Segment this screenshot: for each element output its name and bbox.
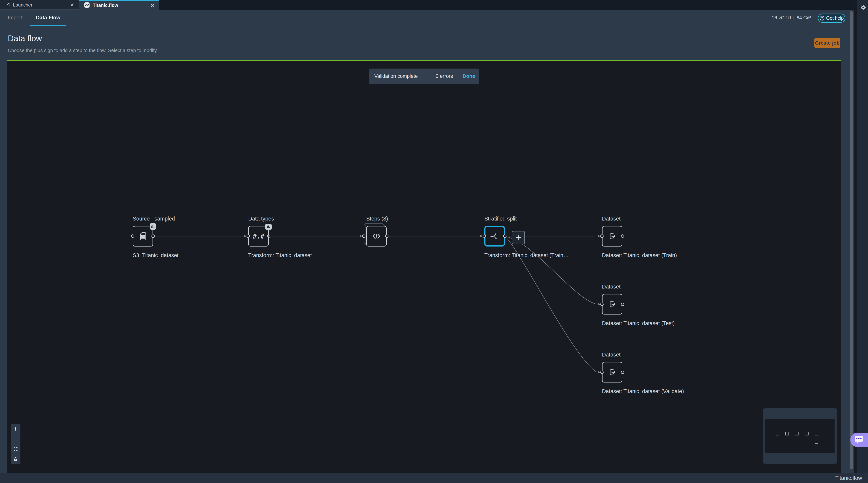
- validation-banner: Validation complete 0 errors Done: [369, 69, 479, 84]
- page-title: Data flow: [8, 34, 42, 43]
- svg-text:?: ?: [821, 17, 823, 20]
- node-dataset-validate-box[interactable]: [602, 362, 622, 383]
- insights-badge[interactable]: [150, 223, 156, 230]
- validation-status: Validation complete: [374, 69, 418, 84]
- node-data-types: Data types #.# Transform: Titanic_datase…: [248, 215, 269, 259]
- tab-launcher-label: Launcher: [13, 2, 67, 8]
- input-port[interactable]: [600, 302, 603, 306]
- page-header: Data flow Choose the plus sign to add a …: [0, 26, 868, 60]
- node-title: Dataset: [602, 283, 622, 290]
- output-port[interactable]: [503, 234, 506, 238]
- toolbar: Import Data Flow 16 vCPU + 64 GiB ? Get …: [0, 10, 868, 26]
- node-source: Source - sampled S3: Titanic_dataset: [133, 215, 153, 259]
- insights-badge[interactable]: [265, 224, 272, 230]
- output-port[interactable]: [267, 234, 270, 238]
- minimap[interactable]: [763, 408, 837, 464]
- node-title: Dataset: [602, 351, 622, 358]
- tab-data-flow[interactable]: Data Flow: [30, 10, 66, 26]
- zoom-out-button[interactable]: [11, 434, 21, 444]
- add-step-button[interactable]: [512, 231, 525, 244]
- document-icon: [138, 231, 148, 242]
- node-label: S3: Titanic_dataset: [133, 252, 153, 259]
- plus-icon: [515, 234, 522, 241]
- page-subtitle: Choose the plus sign to add a step to th…: [8, 47, 158, 53]
- tab-titanic-flow-label: Titanic.flow: [93, 3, 148, 8]
- code-icon: [371, 231, 382, 242]
- close-icon[interactable]: [151, 3, 155, 7]
- chat-button[interactable]: [850, 433, 868, 447]
- minimap-node: [795, 432, 799, 436]
- node-steps-box[interactable]: [366, 226, 386, 247]
- input-port[interactable]: [247, 234, 250, 238]
- create-job-button[interactable]: Create job: [814, 38, 840, 48]
- output-port[interactable]: [385, 234, 389, 238]
- node-dataset-test: Dataset Dataset: Titanic_dataset (Test): [602, 283, 622, 327]
- node-dataset-validate: Dataset Dataset: Titanic_dataset (Valida…: [602, 351, 622, 394]
- node-steps: Steps (3): [366, 215, 386, 247]
- right-rail: [854, 0, 857, 473]
- flow-canvas[interactable]: [7, 60, 841, 473]
- output-port[interactable]: [621, 302, 624, 306]
- close-icon[interactable]: [70, 3, 74, 7]
- tab-launcher[interactable]: Launcher: [0, 0, 79, 10]
- export-icon: [607, 231, 617, 242]
- validation-errors: 0 errors: [436, 69, 453, 84]
- input-port[interactable]: [483, 234, 486, 238]
- lock-button[interactable]: [11, 454, 21, 464]
- right-sidebar: [857, 0, 868, 473]
- get-help-button[interactable]: ? Get help: [818, 13, 845, 23]
- node-stratified-split: Stratified split Transform: Titanic_data…: [484, 215, 505, 259]
- export-icon: [607, 367, 617, 378]
- status-bar: Titanic.flow: [0, 473, 868, 483]
- minimap-node: [815, 432, 818, 436]
- zoom-in-button[interactable]: [11, 424, 21, 434]
- flow-file-icon: [84, 2, 90, 8]
- resource-meter: 16 vCPU + 64 GiB: [772, 10, 811, 26]
- minimap-node: [815, 438, 818, 441]
- node-label: Dataset: Titanic_dataset (Validate): [602, 388, 622, 394]
- bar-chart-icon: [267, 225, 271, 229]
- tab-titanic-flow[interactable]: Titanic.flow: [79, 0, 159, 10]
- node-title: Steps (3): [366, 215, 386, 222]
- node-dataset-test-box[interactable]: [602, 294, 622, 315]
- fit-view-button[interactable]: [11, 444, 21, 454]
- bar-chart-icon: [151, 224, 155, 228]
- split-icon: [489, 231, 500, 242]
- node-label: Transform: Titanic_dataset: [248, 252, 269, 259]
- input-port[interactable]: [362, 234, 366, 238]
- export-icon: [607, 299, 617, 310]
- minimap-node: [785, 432, 789, 436]
- tab-bar: Launcher Titanic.flow: [0, 0, 868, 10]
- node-dataset-train: Dataset Dataset: Titanic_dataset (Train): [602, 215, 622, 259]
- chat-bubble-icon: [855, 436, 864, 445]
- node-title: Dataset: [602, 215, 622, 222]
- node-label: Dataset: Titanic_dataset (Test): [602, 320, 622, 327]
- node-label: Transform: Titanic_dataset (Train…: [484, 252, 505, 259]
- input-port[interactable]: [131, 234, 134, 238]
- tab-import[interactable]: Import: [8, 10, 23, 26]
- node-dataset-train-box[interactable]: [602, 226, 622, 247]
- output-port[interactable]: [621, 234, 624, 238]
- validation-done-button[interactable]: Done: [463, 69, 475, 84]
- output-port[interactable]: [151, 234, 155, 238]
- status-filename: Titanic.flow: [835, 475, 862, 481]
- input-port[interactable]: [600, 234, 603, 238]
- node-stratified-split-box[interactable]: [484, 226, 505, 247]
- active-tab-underline: [30, 25, 66, 26]
- node-label: Dataset: Titanic_dataset (Train): [602, 252, 622, 259]
- question-icon: ?: [819, 15, 825, 21]
- minimap-node: [805, 432, 809, 436]
- canvas-controls: [11, 424, 21, 464]
- node-title: Data types: [248, 215, 269, 222]
- node-title: Source - sampled: [133, 215, 153, 222]
- minimap-node: [776, 432, 779, 436]
- scrollbar[interactable]: [849, 11, 853, 470]
- gear-icon[interactable]: [860, 4, 867, 11]
- input-port[interactable]: [600, 371, 603, 374]
- external-link-icon: [5, 2, 10, 8]
- minimap-viewport: [765, 419, 835, 453]
- minimap-node: [815, 444, 818, 447]
- node-title: Stratified split: [484, 215, 505, 222]
- output-port[interactable]: [621, 371, 624, 374]
- number-format-icon: #.#: [253, 232, 264, 240]
